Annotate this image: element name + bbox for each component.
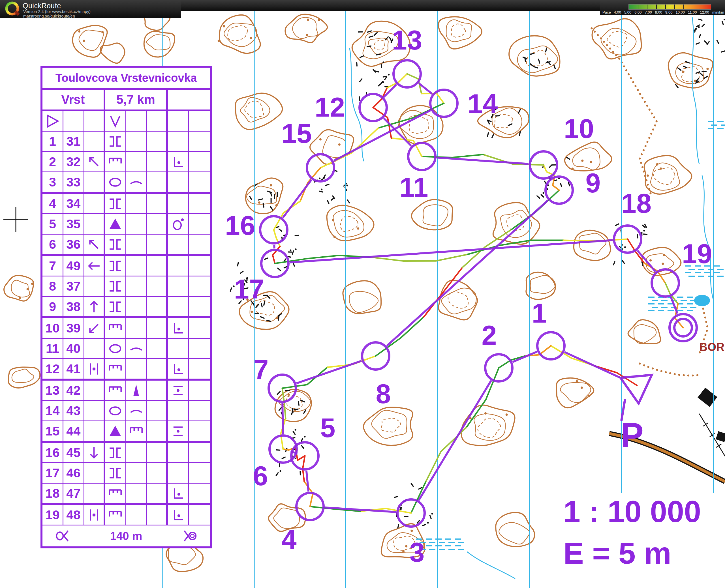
cd-cell [189, 484, 210, 503]
middle-icon [86, 361, 102, 377]
pace-legend: Pace4:005:006:007:008:009:0010:0011:0012… [602, 0, 724, 15]
cd-cell [84, 256, 105, 276]
control-number-label: 2 [481, 320, 497, 350]
cd-cell: 31 [63, 131, 84, 151]
control-number-label: 18 [621, 188, 652, 218]
reentrant-icon [108, 258, 123, 274]
cd-cell [126, 339, 147, 358]
cd-cell [168, 276, 189, 296]
cd-cell [126, 318, 147, 338]
cd-cell [189, 443, 210, 462]
pace-legend-label: 6:00 [635, 10, 641, 15]
control-number-label: 16 [225, 210, 255, 240]
pace-tick-separator [674, 4, 675, 9]
cd-cell [168, 214, 189, 234]
cd-footer-distance: 140 m [84, 525, 168, 546]
cd-cell: 11 [42, 339, 63, 358]
pace-legend-labels: Pace4:005:006:007:008:009:0010:0011:0012… [602, 10, 724, 15]
cd-cell [147, 152, 168, 171]
arrow-nw-icon [86, 154, 102, 169]
cd-cell [168, 359, 189, 379]
boulder-icon [108, 216, 123, 232]
cd-cell: 7 [42, 256, 63, 276]
cd-cell [126, 131, 147, 151]
cd-cell: 46 [63, 463, 84, 483]
control-number-label: 12 [315, 92, 345, 122]
arrow-up-icon [86, 299, 102, 314]
cd-cell [126, 463, 147, 483]
cd-cell [147, 463, 168, 483]
cd-row: 1544 [42, 421, 210, 443]
cd-cell [105, 194, 126, 213]
cd-cell [105, 235, 126, 254]
cd-cell [126, 214, 147, 234]
between-icon [170, 424, 186, 439]
cd-cell [189, 505, 210, 525]
cd-cell [189, 235, 210, 254]
gully-icon [108, 361, 123, 377]
app-url-text: matstroeng.se/quickroute/en [23, 14, 75, 18]
cd-cell: 9 [42, 297, 63, 316]
cd-cell [126, 172, 147, 192]
cd-cell [147, 194, 168, 213]
cd-cell [126, 359, 147, 379]
cd-cell: 16 [42, 443, 63, 462]
cd-row: 1039 [42, 318, 210, 339]
cd-cell: 40 [63, 339, 84, 358]
cd-cell: 36 [63, 235, 84, 254]
cd-cell [147, 276, 168, 296]
pace-tick-separator [693, 4, 693, 9]
cd-cell: 33 [63, 172, 84, 192]
cd-cell [84, 381, 105, 400]
cd-cell: 35 [63, 214, 84, 234]
cd-cell [84, 131, 105, 151]
pace-legend-label: 10:00 [676, 10, 685, 15]
shallow-icon [128, 174, 144, 190]
arrow-sw-icon [86, 321, 102, 336]
cd-cell [147, 421, 168, 441]
pace-legend-label: 8:00 [655, 10, 662, 15]
pace-gradient-bar [628, 4, 711, 9]
cd-cell [84, 152, 105, 171]
middle-icon [86, 507, 102, 523]
cd-cell [189, 318, 210, 338]
cd-course-length: 5,7 km [105, 90, 168, 109]
cd-cell [63, 111, 84, 131]
cd-cell [168, 401, 189, 420]
cd-cell [105, 505, 126, 525]
pace-tick-separator [656, 4, 657, 9]
cd-cell: 14 [42, 401, 63, 420]
cd-cell [147, 235, 168, 254]
cd-cell [105, 256, 126, 276]
cd-cell [126, 443, 147, 462]
control-number-label: 5 [320, 413, 335, 443]
cd-row: 1443 [42, 401, 210, 421]
gully-icon [128, 424, 144, 439]
pace-legend-label: 9:00 [665, 10, 672, 15]
cd-cell [189, 381, 210, 400]
cd-cell [168, 111, 189, 131]
pace-tick-separator [665, 4, 666, 9]
hill-icon [108, 403, 123, 419]
cd-cell [126, 421, 147, 441]
cd-cell [189, 214, 210, 234]
corner-dot-icon [170, 507, 186, 523]
cd-cell [168, 505, 189, 525]
cd-cell [126, 152, 147, 171]
cd-cell [84, 463, 105, 483]
cd-cell [105, 359, 126, 379]
cd-cell: 39 [63, 318, 84, 338]
cd-grid: 1312323334345356367498379381039114012411… [42, 111, 210, 546]
cd-cell: 32 [63, 152, 84, 171]
cd-cell: 37 [63, 276, 84, 296]
hill-icon [108, 341, 123, 356]
control-descriptions-sheet: Toulovcova Vrstevnicovka Vrst 5,7 km 131… [40, 66, 212, 548]
cd-row [42, 111, 210, 131]
cd-cell [105, 443, 126, 462]
cd-cell [168, 484, 189, 503]
cd-cell [84, 214, 105, 234]
cd-cell [147, 214, 168, 234]
cd-cell [189, 131, 210, 151]
cd-cell [126, 401, 147, 420]
cd-cell: 12 [42, 359, 63, 379]
